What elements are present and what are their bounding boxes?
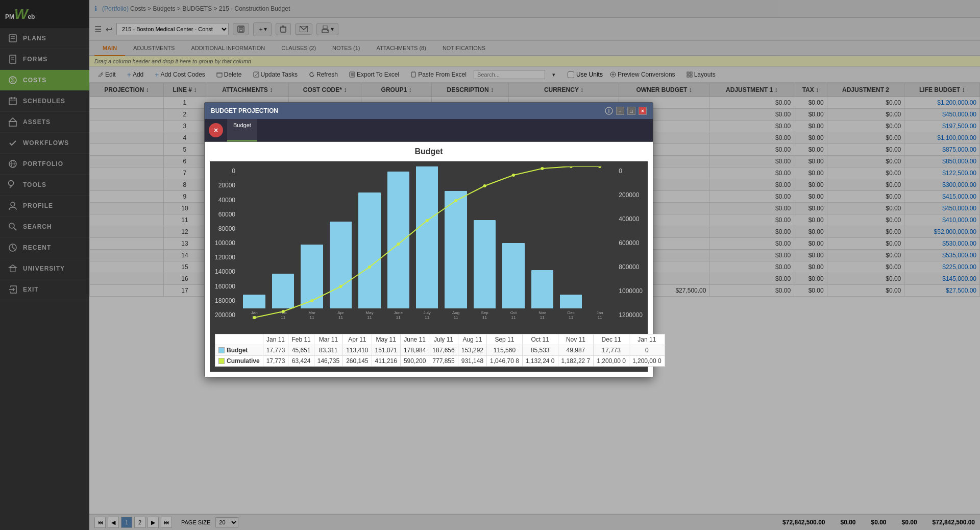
bar-label: Sep11 — [481, 310, 488, 320]
chart-legend-table: Jan 11Feb 11Mar 11Apr 11May 11June 11Jul… — [215, 334, 665, 367]
legend-budget-value: 85,533 — [522, 345, 558, 356]
chart-container: Budget 200000 180000 160000 140000 12000… — [205, 142, 653, 377]
legend-month: July 11 — [429, 334, 458, 345]
bar — [301, 245, 323, 308]
bar — [330, 222, 352, 308]
chart-wrapper: 200000 180000 160000 140000 120000 10000… — [210, 161, 648, 372]
legend-month: Jan 11 — [629, 334, 665, 345]
modal-x-button[interactable]: × — [209, 123, 223, 137]
bar — [416, 166, 438, 308]
bar — [502, 243, 525, 308]
budget-projection-modal: BUDGET PROJECTION − □ × × Budget Budget … — [204, 102, 653, 377]
bar-group: Aug11 — [442, 191, 470, 320]
legend-cumulative-value: 777,855 — [429, 356, 458, 367]
legend-month: Nov 11 — [558, 334, 594, 345]
legend-month: Feb 11 — [288, 334, 314, 345]
legend-budget-value: 0 — [629, 345, 665, 356]
bar-label: Nov11 — [538, 310, 546, 320]
svg-point-53 — [608, 109, 609, 110]
modal-restore-button[interactable]: □ — [627, 107, 635, 115]
bar-label: Dec11 — [568, 310, 575, 320]
modal-controls: − □ × — [605, 107, 647, 115]
bar — [387, 172, 410, 308]
bars-grid: Jan11 Feb11 Mar11 Apr11 May11 June11 Jul… — [238, 166, 616, 320]
legend-month: Oct 11 — [522, 334, 558, 345]
bar-label: Feb11 — [280, 310, 287, 320]
bar-label: May11 — [365, 310, 373, 320]
bar — [474, 220, 496, 308]
modal-tab-bar: × Budget — [205, 119, 653, 142]
bar-label: Aug11 — [452, 310, 459, 320]
bar-group: May11 — [356, 192, 383, 320]
modal-minimize-button[interactable]: − — [616, 107, 624, 115]
bar — [272, 274, 295, 308]
legend-month: May 11 — [372, 334, 400, 345]
bar-group: Nov11 — [528, 270, 556, 320]
legend-month: Jan 11 — [263, 334, 288, 345]
bar-label: Jan11 — [597, 310, 603, 320]
modal-overlay: BUDGET PROJECTION − □ × × Budget Budget … — [0, 0, 980, 530]
legend-month: Sep 11 — [487, 334, 523, 345]
legend-budget-value: 187,656 — [429, 345, 458, 356]
legend-cumulative-value: 63,424 — [288, 356, 314, 367]
legend-cumulative-value: 1,200,00 0 — [594, 356, 629, 367]
bar-group: Jan11 — [586, 308, 614, 320]
bar — [243, 295, 265, 308]
bar-label: Apr11 — [337, 310, 344, 320]
bar-group: Oct11 — [500, 243, 527, 320]
legend-budget-value: 113,410 — [343, 345, 372, 356]
legend-cumulative-value: 1,200,00 0 — [629, 356, 665, 367]
bar-label: Oct11 — [510, 310, 517, 320]
bar — [358, 192, 381, 308]
legend-cumulative-value: 146,735 — [314, 356, 342, 367]
bar-group: Sep11 — [471, 220, 498, 320]
legend-cumulative-value: 931,148 — [458, 356, 486, 367]
bars-area: Jan11 Feb11 Mar11 Apr11 May11 June11 Jul… — [238, 166, 616, 330]
bar-group: Dec11 — [557, 295, 585, 320]
y-axis-left: 200000 180000 160000 140000 120000 10000… — [215, 166, 235, 320]
modal-title: BUDGET PROJECTION — [211, 107, 278, 114]
bar-label: Mar11 — [308, 310, 315, 320]
modal-tab-budget[interactable]: Budget — [227, 119, 257, 141]
modal-close-button[interactable]: × — [639, 107, 647, 115]
y-axis-right: 1200000 1000000 800000 600000 400000 200… — [619, 166, 643, 320]
legend-cumulative-value: 1,132,24 0 — [522, 356, 558, 367]
legend-budget-value: 49,987 — [558, 345, 594, 356]
legend-month: June 11 — [400, 334, 429, 345]
legend-budget-value: 153,292 — [458, 345, 486, 356]
legend-budget-value: 178,984 — [400, 345, 429, 356]
legend-cumulative-value: 260,145 — [343, 356, 372, 367]
legend-cumulative-value: 17,773 — [263, 356, 288, 367]
legend-cumulative-value: 1,046,70 8 — [487, 356, 523, 367]
legend-budget-value: 83,311 — [314, 345, 342, 356]
legend-month: Aug 11 — [458, 334, 486, 345]
budget-color-box — [218, 347, 225, 353]
bar-group: Jan11 — [240, 295, 268, 320]
cumulative-color-box — [218, 358, 225, 364]
legend-budget-value: 151,071 — [372, 345, 400, 356]
chart-title: Budget — [210, 147, 648, 156]
bar-group: Apr11 — [327, 222, 354, 320]
legend-cumulative-value: 590,200 — [400, 356, 429, 367]
bar-group: June11 — [384, 172, 412, 320]
bar-label: Jan11 — [251, 310, 258, 320]
legend-budget-value: 115,560 — [487, 345, 523, 356]
bar — [531, 270, 554, 308]
legend-budget-value: 45,651 — [288, 345, 314, 356]
legend-cumulative-value: 1,182,22 7 — [558, 356, 594, 367]
bar — [445, 191, 467, 308]
legend-month: Dec 11 — [594, 334, 629, 345]
legend-cumulative-value: 411,216 — [372, 356, 400, 367]
bar-group: July11 — [413, 166, 440, 320]
bar-label: July11 — [424, 310, 431, 320]
budget-legend: Budget — [218, 347, 260, 354]
bar — [560, 295, 582, 308]
bar-label: June11 — [394, 310, 403, 320]
bar-group: Feb11 — [269, 274, 297, 320]
cumulative-legend: Cumulative — [218, 357, 260, 365]
bar-group: Mar11 — [298, 245, 326, 320]
legend-month: Mar 11 — [314, 334, 342, 345]
modal-header: BUDGET PROJECTION − □ × — [205, 103, 653, 119]
legend-month: Apr 11 — [343, 334, 372, 345]
legend-budget-value: 17,773 — [594, 345, 629, 356]
